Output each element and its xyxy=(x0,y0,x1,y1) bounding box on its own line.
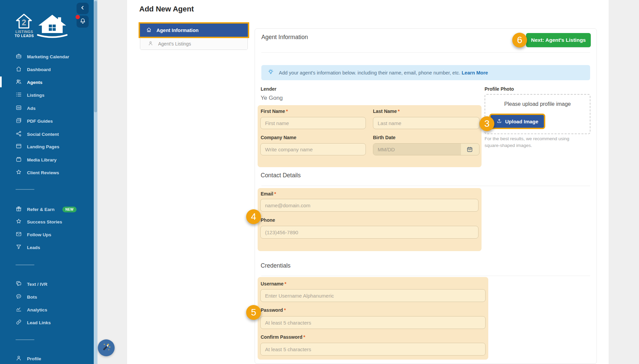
tab-label: Agent Information xyxy=(156,28,199,33)
sidebar-collapse-button[interactable] xyxy=(77,3,89,14)
birth-date-input[interactable] xyxy=(373,144,461,155)
media-box-icon xyxy=(16,156,22,163)
learn-more-link[interactable]: Learn More xyxy=(462,70,488,75)
sidebar-item-media-library[interactable]: Media Library xyxy=(16,154,57,165)
sidebar-item-text-ivr[interactable]: Text / IVR xyxy=(16,279,48,290)
sidebar-item-profile[interactable]: Profile xyxy=(16,353,41,364)
email-input[interactable] xyxy=(260,199,478,212)
sidebar-item-label: Social Content xyxy=(27,132,59,137)
sidebar-item-leads[interactable]: Leads xyxy=(16,242,40,253)
sidebar-item-landing-pages[interactable]: Landing Pages xyxy=(16,141,59,152)
pdf-icon: PDF xyxy=(16,117,22,125)
sidebar-item-label: Listings xyxy=(27,93,45,98)
last-name-input[interactable] xyxy=(373,117,480,129)
lender-value: Ye Gong xyxy=(261,95,283,101)
sidebar-divider xyxy=(16,189,34,190)
funnel-icon xyxy=(16,244,22,251)
confirm-password-input[interactable] xyxy=(260,343,486,356)
svg-text:Ad: Ad xyxy=(17,107,20,109)
highlight-group-contact xyxy=(258,188,482,251)
birth-date-label: Birth Date xyxy=(373,135,396,140)
info-banner: Add your agent's information below. incl… xyxy=(261,65,590,80)
card-divider xyxy=(261,52,590,53)
sidebar-item-pdf-guides[interactable]: PDF PDF Guides xyxy=(16,116,53,126)
briefcase-icon xyxy=(16,53,22,60)
chevron-left-icon xyxy=(80,5,85,12)
sidebar-item-label: Lead Links xyxy=(27,320,51,325)
lightbulb-icon xyxy=(267,69,274,77)
sidebar-item-refer-earn[interactable]: Refer & Earn NEW xyxy=(16,204,77,215)
logo-house-outline-icon: 2 xyxy=(15,13,33,31)
tab-agent-information[interactable]: Agent Information xyxy=(139,22,249,38)
first-name-input[interactable] xyxy=(260,117,366,129)
annotation-step-3: 3 xyxy=(480,116,494,131)
birth-date-field xyxy=(373,143,480,155)
notifications-button[interactable] xyxy=(77,16,89,28)
list-icon xyxy=(16,91,22,99)
sidebar-item-label: Client Reviews xyxy=(27,170,59,175)
sidebar-item-listings[interactable]: Listings xyxy=(16,90,45,100)
star-icon xyxy=(16,218,22,225)
password-input[interactable] xyxy=(260,316,486,329)
username-input[interactable] xyxy=(260,289,486,302)
last-name-label: Last Name* xyxy=(373,109,400,114)
sidebar-item-agents[interactable]: Agents xyxy=(16,77,42,88)
sidebar-item-follow-ups[interactable]: Follow Ups xyxy=(16,229,51,240)
sidebar: 2 LISTINGS TO LEADS Marketing Calendar xyxy=(0,0,94,364)
magic-wand-widget[interactable] xyxy=(98,339,115,356)
sidebar-item-label: Success Stories xyxy=(27,219,62,224)
users-icon xyxy=(16,79,22,86)
sidebar-item-label: Bots xyxy=(27,295,37,300)
lender-label: Lender xyxy=(261,86,277,92)
sidebar-item-label: Media Library xyxy=(27,157,57,162)
company-name-input[interactable] xyxy=(260,143,366,155)
sidebar-item-lead-links[interactable]: Lead Links xyxy=(16,317,51,328)
notification-dot xyxy=(76,15,80,19)
calendar-icon[interactable] xyxy=(466,146,473,154)
sidebar-item-dashboard[interactable]: Dashboard xyxy=(16,64,51,75)
next-agents-listings-button[interactable]: Next: Agent's Listings xyxy=(526,33,591,47)
card-divider xyxy=(261,276,590,276)
email-label: Email* xyxy=(261,191,276,196)
tab-label: Agent's Listings xyxy=(158,41,191,47)
card-header-title: Agent Information xyxy=(261,34,308,41)
company-name-label: Company Name xyxy=(261,135,296,140)
username-label: Username* xyxy=(261,281,286,286)
sidebar-item-label: Text / IVR xyxy=(27,282,48,287)
phone-input[interactable] xyxy=(260,226,478,239)
sidebar-item-success-stories[interactable]: Success Stories xyxy=(16,216,62,227)
sidebar-item-client-reviews[interactable]: Client Reviews xyxy=(16,167,59,178)
annotation-step-6: 6 xyxy=(512,33,527,48)
logo-text: TO LEADS xyxy=(13,34,35,38)
sidebar-item-analytics[interactable]: Analytics xyxy=(16,304,47,315)
gift-icon xyxy=(16,206,22,213)
sidebar-divider xyxy=(16,339,34,340)
chat-dots-icon xyxy=(16,293,22,301)
sidebar-item-bots[interactable]: Bots xyxy=(16,292,37,302)
photo-note-line2: square-shaped images. xyxy=(485,143,532,148)
sidebar-item-label: Leads xyxy=(27,245,40,250)
svg-text:2: 2 xyxy=(22,18,26,27)
sidebar-item-label: PDF Guides xyxy=(27,119,53,124)
upload-image-button[interactable]: Upload Image xyxy=(489,114,545,129)
tab-agents-listings[interactable]: Agent's Listings xyxy=(140,38,248,50)
logo-house-solid-icon xyxy=(36,14,68,39)
share-icon xyxy=(16,130,22,138)
sidebar-item-marketing-calendar[interactable]: Marketing Calendar xyxy=(16,51,69,62)
home-icon xyxy=(146,27,152,34)
sidebar-item-label: Landing Pages xyxy=(27,144,59,149)
chat-square-icon xyxy=(16,280,22,288)
sidebar-scrollbar-thumb[interactable] xyxy=(94,1,97,112)
home-icon xyxy=(16,66,22,73)
sidebar-item-ads[interactable]: Ad Ads xyxy=(16,103,36,114)
sidebar-item-label: Dashboard xyxy=(27,67,51,72)
sidebar-item-label: Ads xyxy=(27,106,36,111)
sidebar-item-social-content[interactable]: Social Content xyxy=(16,129,59,140)
photo-note-line1: For the best results, we recommend using xyxy=(485,136,569,141)
logo-text: LISTINGS xyxy=(13,30,35,34)
sidebar-divider xyxy=(16,265,34,265)
sidebar-item-label: Marketing Calendar xyxy=(27,54,69,59)
person-icon xyxy=(148,40,153,47)
active-item-indicator xyxy=(0,77,2,87)
upload-icon xyxy=(496,118,502,125)
